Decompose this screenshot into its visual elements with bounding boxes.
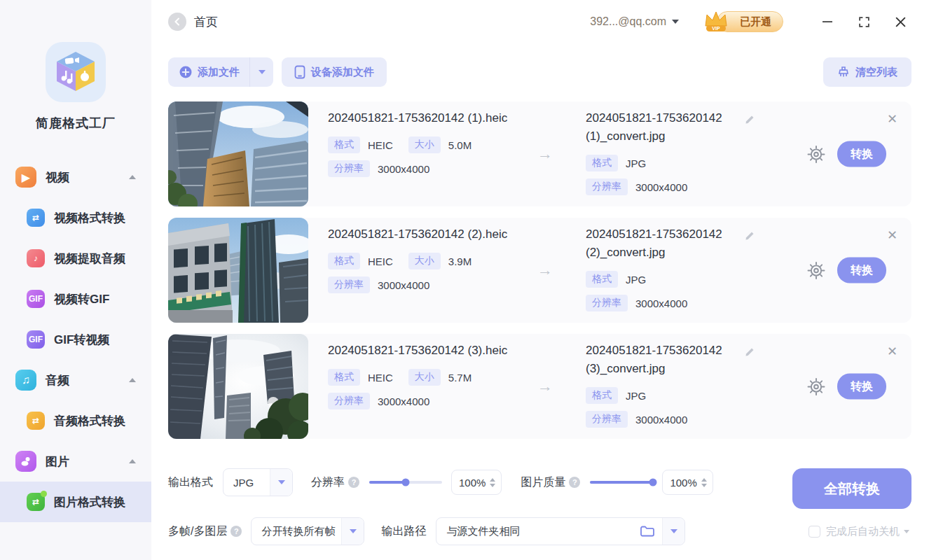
chevron-down-icon [672, 20, 679, 24]
size-value: 5.0M [448, 139, 472, 151]
vip-status-text: 已开通 [740, 15, 771, 29]
remove-file-button[interactable]: ✕ [887, 229, 897, 241]
remove-file-button[interactable]: ✕ [887, 113, 897, 125]
add-file-label: 添加文件 [198, 66, 240, 79]
sidebar-item-audio-format-convert[interactable]: ⇄ 音频格式转换 [0, 400, 151, 441]
clear-list-button[interactable]: 清空列表 [823, 57, 911, 87]
resolution-badge: 分辨率 [586, 178, 628, 195]
folder-icon [640, 525, 655, 538]
auto-shutdown-toggle[interactable]: 完成后自动关机 [808, 525, 909, 538]
auto-shutdown-label: 完成后自动关机 [826, 525, 900, 538]
format-value: JPG [626, 390, 646, 402]
main-area: 首页 392...@qq.com VIP 已开通 [151, 0, 929, 560]
remove-file-button[interactable]: ✕ [887, 345, 897, 358]
collapse-caret-icon[interactable] [129, 378, 136, 382]
sidebar-item-video-format-convert[interactable]: ⇄ 视频格式转换 [0, 197, 151, 238]
add-file-dropdown[interactable] [249, 57, 273, 87]
rename-button[interactable] [744, 229, 757, 244]
convert-button[interactable]: 转换 [837, 141, 886, 167]
file-row: 2024051821-1753620142 (1).heic 格式 HEIC 大… [168, 102, 911, 206]
svg-text:VIP: VIP [712, 26, 720, 31]
help-icon[interactable]: ? [348, 477, 359, 488]
plus-circle-icon [179, 66, 192, 78]
output-filename: 2024051821-1753620142 (2)_convert.jpg [586, 225, 734, 262]
pencil-icon [744, 229, 757, 241]
slider-thumb[interactable] [402, 479, 410, 486]
spinner-up-icon[interactable] [490, 478, 495, 482]
close-button[interactable] [890, 11, 911, 32]
account-email: 392...@qq.com [590, 15, 666, 28]
format-value: HEIC [368, 255, 393, 267]
gif-icon: GIF [27, 290, 45, 308]
music-note-icon: ♪ [27, 249, 45, 267]
convert-button[interactable]: 转换 [837, 258, 886, 284]
titlebar: 首页 392...@qq.com VIP 已开通 [151, 0, 929, 43]
multiframe-select[interactable]: 分开转换所有帧 [251, 517, 364, 545]
output-format-select[interactable]: JPG [223, 468, 293, 496]
collapse-caret-icon[interactable] [129, 175, 136, 179]
spinner-up-icon[interactable] [701, 478, 707, 482]
format-value: HEIC [368, 139, 393, 151]
output-path-dropdown[interactable] [662, 518, 684, 545]
sidebar-item-video[interactable]: ▶ 视频 [0, 157, 151, 197]
sidebar-item-video-to-gif[interactable]: GIF 视频转GIF [0, 279, 151, 319]
sidebar-item-audio[interactable]: ♫ 音频 [0, 360, 151, 400]
spinner-down-icon[interactable] [701, 484, 707, 487]
convert-all-button[interactable]: 全部转换 [792, 468, 911, 509]
quality-spinner[interactable]: 100% [662, 470, 713, 495]
browse-folder-button[interactable] [640, 525, 662, 538]
output-format-label: 输出格式 [168, 475, 213, 490]
maximize-button[interactable] [853, 11, 874, 32]
output-info: 2024051821-1753620142 (2)_convert.jpg 格式… [586, 218, 750, 323]
resolution-spinner-value: 100% [459, 477, 486, 489]
sidebar-item-label: 图片格式转换 [54, 494, 125, 510]
clear-list-label: 清空列表 [855, 66, 897, 79]
file-settings-button[interactable] [807, 377, 825, 396]
audio-icon: ♫ [15, 370, 36, 391]
multiframe-label: 多帧/多图层 [168, 524, 227, 539]
source-filename: 2024051821-1753620142 (2).heic [328, 225, 516, 244]
help-icon[interactable]: ? [569, 477, 580, 488]
resolution-badge: 分辨率 [586, 411, 628, 428]
resolution-slider[interactable] [369, 481, 442, 484]
add-file-button[interactable]: 添加文件 [168, 57, 273, 87]
collapse-caret-icon[interactable] [129, 459, 136, 463]
sidebar-item-video-extract-audio[interactable]: ♪ 视频提取音频 [0, 238, 151, 279]
sidebar-item-label: 视频提取音频 [54, 251, 125, 267]
app-logo-icon [46, 42, 106, 102]
format-value: JPG [626, 158, 646, 169]
resolution-value: 3000x4000 [378, 279, 429, 291]
format-badge: 格式 [586, 155, 618, 172]
device-add-file-button[interactable]: 设备添加文件 [282, 57, 387, 87]
rename-button[interactable] [744, 345, 757, 360]
output-path-label: 输出路径 [381, 524, 426, 539]
source-filename: 2024051821-1753620142 (1).heic [328, 109, 516, 127]
broom-icon [837, 66, 850, 78]
file-row: 2024051821-1753620142 (2).heic 格式 HEIC 大… [168, 218, 911, 323]
sidebar-item-image[interactable]: 图片 [0, 441, 151, 482]
slider-thumb[interactable] [649, 479, 657, 486]
convert-button[interactable]: 转换 [837, 374, 886, 400]
file-settings-button[interactable] [807, 145, 825, 163]
account-menu[interactable]: 392...@qq.com [590, 15, 679, 28]
size-badge: 大小 [408, 253, 441, 270]
chevron-down-icon [904, 530, 909, 533]
vip-badge[interactable]: VIP 已开通 [700, 8, 783, 36]
resolution-spinner[interactable]: 100% [451, 470, 502, 495]
output-path-field[interactable]: 与源文件夹相同 [436, 517, 685, 545]
quality-slider[interactable] [590, 481, 653, 484]
help-icon[interactable]: ? [230, 526, 242, 537]
minimize-button[interactable] [817, 11, 838, 32]
video-icon: ▶ [15, 167, 36, 188]
phone-icon [294, 65, 305, 79]
spinner-down-icon[interactable] [490, 484, 495, 487]
file-settings-button[interactable] [807, 261, 825, 279]
rename-button[interactable] [744, 113, 757, 128]
back-button[interactable] [168, 13, 186, 31]
sidebar-item-gif-to-video[interactable]: GIF GIF转视频 [0, 319, 151, 360]
output-format-value: JPG [223, 477, 270, 489]
output-info: 2024051821-1753620142 (1)_convert.jpg 格式… [586, 102, 750, 206]
auto-shutdown-checkbox[interactable] [808, 526, 820, 538]
resolution-badge: 分辨率 [328, 393, 370, 410]
sidebar-item-image-format-convert[interactable]: ⇄ 图片格式转换 [0, 482, 151, 522]
